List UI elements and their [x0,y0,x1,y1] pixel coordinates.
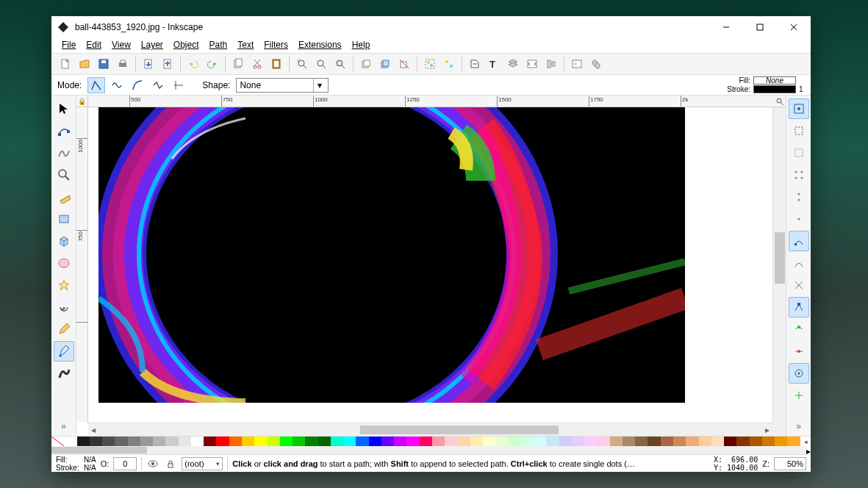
open-icon[interactable] [76,56,93,72]
color-swatch[interactable] [229,437,242,446]
vertical-ruler[interactable]: 1000 750 [76,107,88,423]
color-swatch[interactable] [77,437,90,446]
menu-object[interactable]: Object [169,38,204,51]
color-swatch[interactable] [509,437,521,446]
color-swatch[interactable] [140,437,153,446]
fill-stroke-dialog-icon[interactable] [467,56,483,72]
print-icon[interactable] [115,56,131,72]
color-swatch[interactable] [394,437,406,446]
snap-node-smooth-icon[interactable] [789,319,809,340]
zoom-selection-icon[interactable] [294,56,310,72]
paste-icon[interactable] [268,56,284,72]
color-swatch[interactable] [102,437,115,446]
color-swatch[interactable] [711,437,724,446]
color-swatch[interactable] [495,437,508,446]
color-swatch[interactable] [420,437,432,446]
color-swatch[interactable] [584,437,597,446]
vertical-scrollbar[interactable] [772,107,786,423]
mode-straight-icon[interactable] [170,77,187,93]
color-swatch[interactable] [648,437,660,446]
layers-dialog-icon[interactable] [505,56,521,72]
menu-text[interactable]: Text [233,38,258,51]
ellipse-tool-icon[interactable] [54,253,74,273]
unlink-clone-icon[interactable] [396,56,412,72]
pencil-tool-icon[interactable] [54,319,74,340]
color-swatch[interactable] [254,437,267,446]
color-swatch[interactable] [724,437,736,446]
color-swatch[interactable] [318,437,331,446]
redo-icon[interactable] [204,56,220,72]
color-swatch[interactable] [597,437,609,446]
copy-icon[interactable] [230,56,246,72]
color-swatch[interactable] [762,437,775,446]
star-tool-icon[interactable] [54,275,74,295]
mode-bspline-icon[interactable] [129,77,146,93]
tweak-tool-icon[interactable] [54,143,74,163]
color-swatch[interactable] [242,437,254,446]
zoom-drawing-icon[interactable] [313,56,329,72]
color-swatch[interactable] [432,437,445,446]
menu-path[interactable]: Path [205,38,232,51]
snap-node-cusp-icon[interactable] [789,297,809,317]
palette-swatches[interactable] [51,437,800,446]
save-icon[interactable] [96,56,112,72]
color-swatch[interactable] [179,437,191,446]
color-swatch[interactable] [686,437,698,446]
snap-bbox-corner-icon[interactable] [789,165,809,185]
color-swatch[interactable] [546,437,559,446]
menu-filters[interactable]: Filters [259,38,293,51]
palette-scroll-right-icon[interactable]: ▸ [806,446,811,454]
color-swatch[interactable] [458,437,470,446]
opacity-spinner[interactable]: 0 [113,457,137,470]
new-document-icon[interactable] [57,56,73,72]
spiral-tool-icon[interactable] [54,297,74,317]
palette-scrollbar[interactable] [51,446,806,454]
status-fill-stroke[interactable]: Fill:N/A Stroke:N/A [56,456,96,472]
snap-enable-icon[interactable] [789,98,809,119]
color-swatch[interactable] [559,437,572,446]
snap-bbox-edge-icon[interactable] [789,143,809,163]
color-swatch[interactable] [623,437,635,446]
shape-select[interactable]: None ▾ [236,78,329,93]
color-swatch[interactable] [445,437,457,446]
menu-extensions[interactable]: Extensions [294,38,346,51]
document-properties-icon[interactable] [588,56,604,72]
snap-path-icon[interactable] [789,253,809,273]
mode-spiro-icon[interactable] [108,77,126,93]
undo-icon[interactable] [185,56,201,72]
group-icon[interactable] [422,56,438,72]
layer-selector[interactable]: (root)▾ [182,457,223,470]
swatch-none[interactable] [51,437,64,446]
color-swatch[interactable] [165,437,178,446]
color-swatch[interactable] [216,437,229,446]
snap-object-center-icon[interactable] [789,385,809,406]
clone-icon[interactable] [377,56,393,72]
maximize-button[interactable] [743,16,777,38]
color-swatch[interactable] [356,437,368,446]
3dbox-tool-icon[interactable] [54,231,74,251]
palette-menu-icon[interactable]: ◂ [800,437,811,446]
color-swatch[interactable] [775,437,787,446]
zoom-quick-icon[interactable] [774,96,786,107]
color-swatch[interactable] [293,437,305,446]
color-swatch[interactable] [90,437,102,446]
text-dialog-icon[interactable]: T [486,56,502,72]
snap-path-intersection-icon[interactable] [789,275,809,295]
color-swatch[interactable] [661,437,673,446]
color-swatch[interactable] [470,437,483,446]
horizontal-scrollbar[interactable]: ◂ ▸ [88,423,772,436]
duplicate-icon[interactable] [358,56,374,72]
import-icon[interactable] [140,56,157,72]
zoom-page-icon[interactable] [332,56,348,72]
ungroup-icon[interactable] [441,56,457,72]
color-swatch[interactable] [381,437,394,446]
color-swatch[interactable] [406,437,419,446]
snap-line-midpoint-icon[interactable] [789,341,809,362]
style-indicator[interactable]: Fill:None Stroke:1 [727,76,805,94]
rect-tool-icon[interactable] [54,209,74,229]
color-swatch[interactable] [343,437,356,446]
color-swatch[interactable] [610,437,623,446]
color-swatch[interactable] [268,437,280,446]
color-swatch[interactable] [534,437,546,446]
measure-tool-icon[interactable] [54,187,74,207]
